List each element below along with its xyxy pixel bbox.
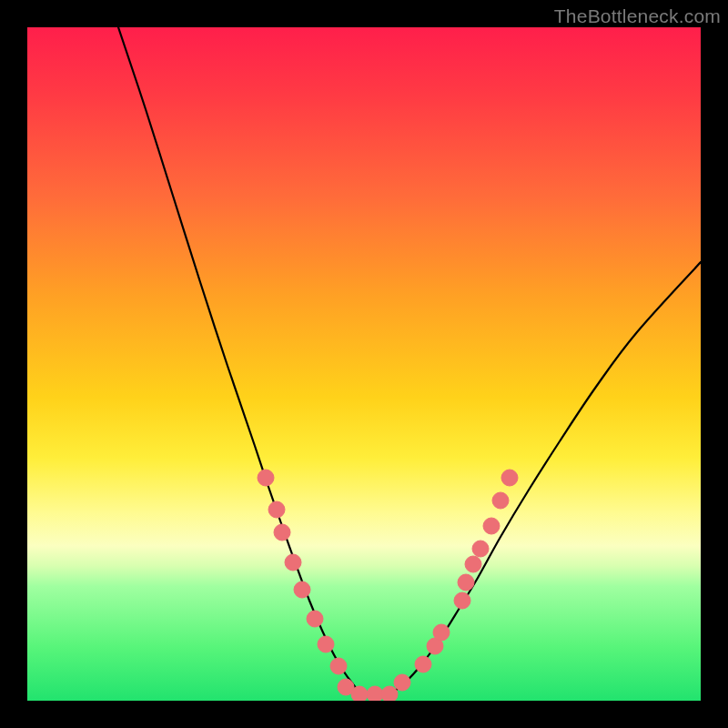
- scatter-dot: [465, 556, 481, 572]
- chart-svg: [27, 27, 701, 701]
- scatter-dot: [381, 686, 398, 701]
- scatter-dot: [458, 574, 474, 591]
- scatter-dot: [274, 524, 290, 541]
- scatter-dot: [285, 554, 301, 571]
- scatter-dot: [415, 656, 431, 672]
- scatter-dot: [367, 686, 383, 701]
- scatter-dot: [258, 470, 274, 486]
- scatter-dot: [318, 636, 334, 652]
- scatter-dot: [351, 686, 368, 701]
- scatter-dot: [268, 501, 285, 518]
- scatter-dot: [330, 658, 347, 674]
- scatter-dot: [433, 624, 450, 641]
- plot-area: [27, 27, 701, 701]
- scatter-dot: [394, 674, 410, 691]
- bottleneck-curve: [118, 27, 701, 696]
- scatter-dot: [294, 581, 310, 598]
- scatter-dot: [501, 470, 518, 486]
- chart-frame: TheBottleneck.com: [0, 0, 728, 728]
- scatter-dot: [307, 611, 323, 627]
- scatter-dot: [472, 541, 489, 557]
- scatter-dot: [454, 592, 470, 609]
- watermark-text: TheBottleneck.com: [554, 5, 721, 27]
- scatter-dot: [483, 518, 500, 534]
- scatter-dot: [492, 492, 509, 509]
- scatter-dots: [258, 470, 518, 701]
